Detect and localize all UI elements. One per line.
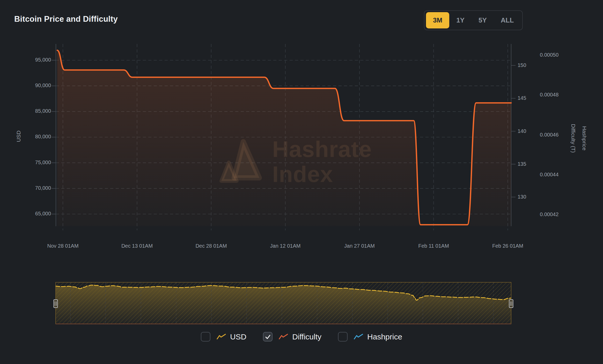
difficulty-tick-label: 140 <box>518 128 526 134</box>
date-tick-label: Jan 27 01AM <box>336 243 383 249</box>
usd-tick-label: 70,000 <box>15 185 51 191</box>
usd-tick-label: 65,000 <box>15 211 51 217</box>
hashprice-axis-title: Hashprice <box>579 98 590 178</box>
difficulty-tick-label: 145 <box>518 95 526 101</box>
usd-tick-label: 75,000 <box>15 160 51 165</box>
watermark-text: Hashrate Index <box>272 136 372 187</box>
usd-checkbox[interactable] <box>201 332 210 342</box>
navigator[interactable] <box>54 282 513 324</box>
difficulty-axis-title: Difficulty (T) <box>568 98 579 178</box>
usd-tick-label: 90,000 <box>15 82 51 88</box>
difficulty-legend-label[interactable]: Difficulty <box>292 332 321 341</box>
check-icon <box>264 333 272 341</box>
legend-item-hashprice[interactable]: Hashprice <box>338 332 402 342</box>
difficulty-tick-label: 150 <box>518 62 526 68</box>
difficulty-tick-label: 135 <box>518 161 526 167</box>
date-tick-label: Dec 28 01AM <box>188 243 234 249</box>
hashprice-series-icon <box>354 333 364 340</box>
navigator-right-handle[interactable] <box>509 300 513 308</box>
watermark-line1: Hashrate <box>272 136 372 162</box>
usd-axis-title: USD <box>15 121 23 152</box>
date-tick-label: Nov 28 01AM <box>40 243 86 249</box>
right-axis-titles: Hashprice Difficulty (T) <box>567 98 591 178</box>
navigator-hatch <box>56 282 511 324</box>
legend-item-usd[interactable]: USD <box>201 332 246 342</box>
hashprice-tick-label: 0.00044 <box>540 172 558 178</box>
usd-legend-label[interactable]: USD <box>230 332 246 341</box>
difficulty-checkbox[interactable] <box>263 332 273 342</box>
watermark-line2: Index <box>272 162 372 187</box>
difficulty-tick-label: 130 <box>518 194 526 200</box>
date-tick-label: Jan 12 01AM <box>262 243 309 249</box>
date-tick-label: Feb 26 01AM <box>484 243 531 249</box>
date-tick-label: Feb 11 01AM <box>410 243 457 249</box>
difficulty-series-icon <box>279 333 289 340</box>
hashprice-tick-label: 0.00046 <box>540 132 558 138</box>
series-legend: USD Difficulty Hashprice <box>0 332 603 342</box>
hashprice-checkbox[interactable] <box>338 332 348 342</box>
hashprice-tick-label: 0.00050 <box>540 52 558 58</box>
bitcoin-price-difficulty-chart-page: Bitcoin Price and Difficulty 3M 1Y 5Y AL… <box>0 0 603 364</box>
hashprice-tick-label: 0.00042 <box>540 211 558 217</box>
usd-tick-label: 85,000 <box>15 108 51 114</box>
usd-series-icon <box>217 333 226 340</box>
legend-item-difficulty[interactable]: Difficulty <box>263 332 321 342</box>
hashprice-tick-label: 0.00048 <box>540 92 558 98</box>
hashprice-legend-label[interactable]: Hashprice <box>367 332 402 341</box>
date-tick-label: Dec 13 01AM <box>114 243 160 249</box>
navigator-left-handle[interactable] <box>54 300 58 308</box>
usd-tick-label: 95,000 <box>15 57 51 63</box>
